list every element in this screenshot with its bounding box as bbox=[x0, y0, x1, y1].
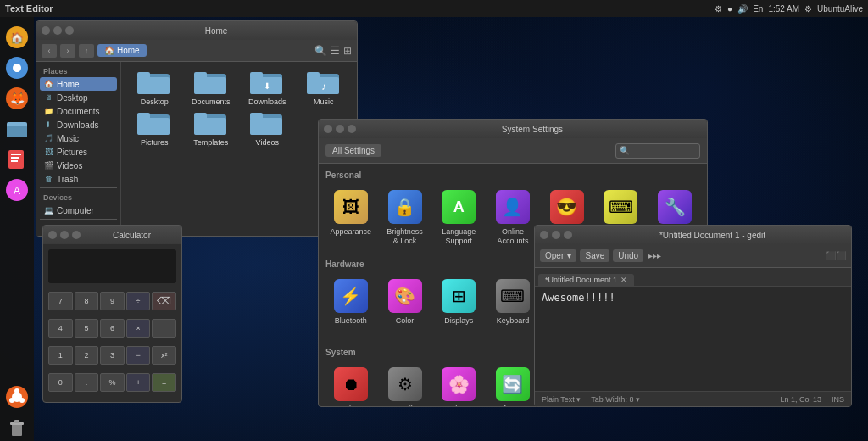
gedit-undo-btn[interactable]: Undo bbox=[613, 249, 643, 262]
settings-appearance[interactable]: 🖼 Appearance bbox=[326, 187, 376, 249]
settings-close-btn[interactable] bbox=[324, 125, 332, 133]
dock-item-text-editor[interactable] bbox=[3, 146, 31, 173]
calc-min-btn[interactable] bbox=[60, 231, 69, 239]
all-settings-btn[interactable]: All Settings bbox=[326, 144, 381, 157]
settings-search-icon: 🔍 bbox=[620, 146, 630, 155]
settings-language[interactable]: A LanguageSupport bbox=[433, 187, 484, 249]
calc-btn-6[interactable]: 6 bbox=[100, 319, 125, 338]
calc-close-btn[interactable] bbox=[48, 231, 57, 239]
file-templates[interactable]: Templates bbox=[185, 109, 238, 147]
videos-icon: 🎬 bbox=[43, 160, 53, 170]
calc-btn-8[interactable]: 8 bbox=[75, 292, 99, 310]
calc-btn-2[interactable]: 2 bbox=[75, 346, 99, 365]
calc-btn-7[interactable]: 7 bbox=[48, 292, 73, 310]
gedit-close-btn[interactable] bbox=[540, 231, 548, 239]
svg-rect-10 bbox=[11, 154, 21, 155]
calc-btn-4[interactable]: 4 bbox=[48, 319, 73, 338]
calc-btn-subtract[interactable]: − bbox=[126, 346, 151, 365]
gedit-tab-width[interactable]: Tab Width: 8 ▾ bbox=[591, 395, 640, 404]
sidebar-item-trash[interactable]: 🗑 Trash bbox=[40, 172, 117, 186]
file-pictures[interactable]: Pictures bbox=[128, 109, 181, 147]
text-entry-icon: ⌨ bbox=[604, 190, 637, 224]
sidebar-item-desktop[interactable]: 🖥 Desktop bbox=[40, 91, 117, 104]
settings-bluetooth[interactable]: ⚡ Bluetooth bbox=[326, 276, 376, 338]
files-home-btn[interactable]: 🏠 Home bbox=[97, 44, 147, 57]
dock-item-chrome[interactable]: C bbox=[3, 54, 31, 81]
files-search-icon[interactable]: 🔍 bbox=[314, 45, 327, 57]
gedit-tab-close-icon[interactable]: ✕ bbox=[620, 276, 627, 284]
settings-displays[interactable]: ⊞ Displays bbox=[433, 276, 484, 338]
dock-item-home[interactable]: 🏠 bbox=[3, 24, 31, 51]
file-videos[interactable]: Videos bbox=[241, 109, 294, 147]
topbar-settings-icon[interactable]: ⚙ bbox=[715, 4, 722, 14]
svg-text:⬇: ⬇ bbox=[264, 81, 270, 91]
files-view-icon[interactable]: ☰ bbox=[331, 45, 340, 57]
files-min-btn[interactable] bbox=[53, 26, 62, 35]
dock-item-ubuntu[interactable] bbox=[3, 383, 31, 410]
settings-min-btn[interactable] bbox=[336, 125, 344, 133]
calc-btn-equals[interactable]: = bbox=[152, 373, 176, 392]
gedit-content[interactable]: Awesome!!!!! bbox=[535, 287, 851, 391]
settings-online[interactable]: 👤 OnlineAccounts bbox=[487, 187, 538, 249]
gedit-plain-text[interactable]: Plain Text ▾ bbox=[542, 395, 581, 404]
topbar-network-icon[interactable]: ● bbox=[727, 4, 732, 14]
calc-btn-backspace[interactable]: ⌫ bbox=[152, 292, 176, 310]
settings-landscape[interactable]: 🌸 LandscapeService bbox=[433, 364, 484, 406]
sidebar-item-home[interactable]: 🏠 Home bbox=[40, 77, 117, 91]
settings-brightness[interactable]: 🔒 Brightness& Lock bbox=[380, 187, 431, 249]
settings-backups[interactable]: ⏺ Backups bbox=[326, 364, 376, 406]
gedit-max-btn[interactable] bbox=[564, 231, 572, 239]
settings-details[interactable]: ⚙ Details bbox=[380, 364, 431, 406]
gedit-window: *Untitled Document 1 - gedit Open ▾ Save… bbox=[534, 225, 852, 407]
files-close-btn[interactable] bbox=[42, 26, 50, 35]
calc-btn-1[interactable]: 1 bbox=[48, 346, 73, 365]
gedit-tab[interactable]: *Untitled Document 1 ✕ bbox=[538, 274, 634, 286]
settings-max-btn[interactable] bbox=[348, 125, 356, 133]
topbar-volume-icon[interactable]: 🔊 bbox=[737, 4, 748, 14]
files-content: Places 🏠 Home 🖥 Desktop 📁 Documents ⬇ Do… bbox=[36, 62, 357, 236]
gedit-toolbar-more[interactable]: ▸▸▸ bbox=[648, 251, 661, 260]
calc-max-btn[interactable] bbox=[72, 231, 81, 239]
calc-btn-3[interactable]: 3 bbox=[100, 346, 125, 365]
files-up-btn[interactable]: ↑ bbox=[79, 44, 94, 58]
sidebar-item-music[interactable]: 🎵 Music bbox=[40, 131, 117, 145]
sidebar-item-computer[interactable]: 💻 Computer bbox=[40, 204, 117, 217]
calc-btn-divide[interactable]: ÷ bbox=[126, 292, 151, 310]
calc-btn-dot[interactable]: . bbox=[75, 373, 99, 392]
calc-btn-0[interactable]: 0 bbox=[48, 373, 73, 392]
calc-btn-square[interactable]: x² bbox=[152, 346, 176, 365]
topbar-keyboard[interactable]: En bbox=[753, 4, 763, 14]
dock-item-trash[interactable] bbox=[3, 414, 31, 441]
calc-btn-9[interactable]: 9 bbox=[100, 292, 125, 310]
calc-btn-multiply[interactable]: × bbox=[126, 319, 151, 338]
gedit-min-btn[interactable] bbox=[552, 231, 560, 239]
files-forward-btn[interactable]: › bbox=[60, 44, 75, 58]
settings-keyboard[interactable]: ⌨ Keyboard bbox=[487, 276, 538, 338]
settings-software[interactable]: 🔄 Software &Updates bbox=[487, 364, 538, 406]
home-icon: 🏠 bbox=[43, 79, 53, 89]
sidebar-item-downloads[interactable]: ⬇ Downloads bbox=[40, 118, 117, 131]
files-back-btn[interactable]: ‹ bbox=[42, 44, 57, 58]
sidebar-item-videos[interactable]: 🎬 Videos bbox=[40, 159, 117, 172]
sidebar-item-pictures[interactable]: 🖼 Pictures bbox=[40, 145, 117, 159]
settings-search[interactable]: 🔍 bbox=[615, 143, 700, 159]
file-desktop[interactable]: Desktop bbox=[128, 69, 181, 106]
gedit-open-btn[interactable]: Open ▾ bbox=[540, 249, 576, 262]
sidebar-item-documents[interactable]: 📁 Documents bbox=[40, 104, 117, 118]
calc-buttons: 7 8 9 ÷ ⌫ 4 5 6 × 1 2 3 − x² 0 . % + = bbox=[43, 288, 181, 402]
calc-btn-add[interactable]: + bbox=[126, 373, 151, 392]
svg-point-17 bbox=[14, 388, 19, 394]
gedit-save-btn[interactable]: Save bbox=[580, 249, 609, 262]
files-grid-icon[interactable]: ⊞ bbox=[343, 45, 352, 57]
settings-color[interactable]: 🎨 Color bbox=[380, 276, 431, 338]
dock-item-software[interactable]: A bbox=[3, 176, 31, 204]
topbar-settings2-icon[interactable]: ⚙ bbox=[804, 4, 812, 14]
dock-item-firefox[interactable]: 🦊 bbox=[3, 85, 31, 112]
file-music[interactable]: ♪ Music bbox=[298, 69, 351, 106]
calc-btn-percent[interactable]: % bbox=[100, 373, 125, 392]
files-max-btn[interactable] bbox=[65, 26, 74, 35]
calc-btn-5[interactable]: 5 bbox=[75, 319, 99, 338]
dock-item-files[interactable] bbox=[3, 115, 31, 142]
file-documents[interactable]: Documents bbox=[185, 69, 238, 106]
file-downloads[interactable]: ⬇ Downloads bbox=[241, 69, 294, 106]
